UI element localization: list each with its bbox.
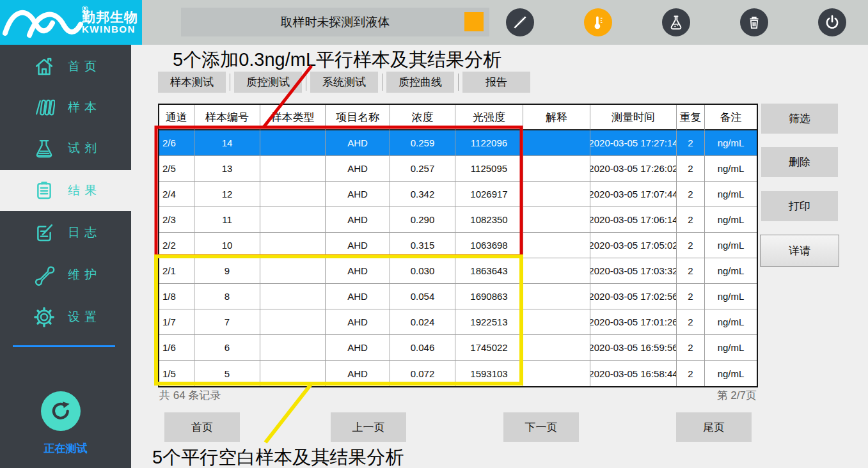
table-row[interactable]: 1/88AHD0.05416908632020-03-05 17:02:562n… — [159, 284, 757, 309]
table-row[interactable]: 2/311AHD0.29010823502020-03-05 17:06:142… — [159, 207, 757, 233]
table-cell: 0.054 — [390, 284, 455, 309]
sidebar-divider — [13, 345, 115, 347]
table-cell: 6 — [194, 335, 260, 361]
table-cell: AHD — [326, 156, 390, 182]
sidebar-item-maintenance[interactable]: 维护 — [0, 254, 131, 295]
next-page-button[interactable]: 下一页 — [503, 412, 579, 442]
table-cell: ng/mL — [705, 156, 757, 182]
table-cell: 2020-03-05 17:06:14 — [590, 207, 677, 233]
brand-name-en: KWINBON — [82, 24, 138, 35]
table-cell: 2020-03-05 17:01:26 — [590, 309, 677, 335]
table-cell: ng/mL — [705, 284, 757, 309]
print-button[interactable]: 打印 — [761, 191, 838, 221]
table-row[interactable]: 2/614AHD0.25911220962020-03-05 17:27:142… — [159, 130, 757, 156]
table-footer: 共 64 条记录 第 2/7页 — [159, 388, 757, 403]
table-cell — [523, 335, 590, 361]
table-cell: ng/mL — [705, 309, 757, 335]
table-cell — [523, 284, 590, 309]
table-cell: 1/7 — [159, 309, 194, 335]
table-cell: 9 — [194, 258, 260, 284]
running-status-label: 正在测试 — [0, 441, 131, 456]
table-cell: 2 — [677, 156, 705, 182]
column-header: 光强度 — [455, 105, 523, 130]
table-cell: AHD — [326, 361, 390, 386]
tab-qc-curve[interactable]: 质控曲线 — [386, 72, 454, 93]
sidebar-item-reagent[interactable]: 试剂 — [0, 128, 131, 169]
tab-report[interactable]: 报告 — [462, 72, 530, 93]
last-page-button[interactable]: 尾页 — [676, 412, 752, 442]
table-row[interactable]: 1/66AHD0.04617450222020-03-05 16:59:562n… — [159, 335, 757, 361]
table-cell — [523, 309, 590, 335]
table-cell: 0.290 — [390, 207, 455, 233]
brand-name-cn: 勤邦生物 — [82, 10, 138, 24]
table-cell: 2/4 — [159, 182, 194, 207]
log-icon — [33, 222, 55, 244]
no-liquid-pipette-icon[interactable] — [506, 8, 534, 36]
power-icon[interactable] — [818, 8, 846, 36]
table-cell — [260, 309, 326, 335]
table-cell: 1122096 — [455, 130, 523, 156]
table-cell: AHD — [326, 182, 390, 207]
delete-button[interactable]: 删除 — [761, 147, 838, 177]
trash-icon[interactable] — [740, 8, 768, 36]
sidebar-item-home[interactable]: 首页 — [0, 46, 131, 87]
table-row[interactable]: 2/210AHD0.31510636982020-03-05 17:05:022… — [159, 233, 757, 258]
table-row[interactable]: 2/513AHD0.25711250952020-03-05 17:26:022… — [159, 156, 757, 182]
table-row[interactable]: 2/412AHD0.34210269172020-03-05 17:07:442… — [159, 182, 757, 207]
table-cell: AHD — [326, 284, 390, 309]
tab-divider — [230, 74, 230, 91]
tab-divider — [382, 74, 383, 91]
table-cell — [260, 233, 326, 258]
table-cell: 0.046 — [390, 335, 455, 361]
filter-button[interactable]: 筛选 — [761, 104, 838, 134]
sidebar-item-settings[interactable]: 设置 — [0, 297, 131, 338]
table-cell: 2/6 — [159, 130, 194, 156]
tab-qc-test[interactable]: 质控测试 — [234, 72, 302, 93]
table-cell: 2020-03-05 17:26:02 — [590, 156, 677, 182]
table-cell: 1063698 — [455, 233, 523, 258]
table-cell: 5 — [194, 361, 260, 386]
tab-system-test[interactable]: 系统测试 — [310, 72, 378, 93]
table-cell — [260, 361, 326, 386]
table-cell: 0.315 — [390, 233, 455, 258]
table-row[interactable]: 1/77AHD0.02419225132020-03-05 17:01:262n… — [159, 309, 757, 335]
refresh-running-button[interactable] — [41, 391, 81, 431]
table-cell: 2 — [677, 335, 705, 361]
table-row[interactable]: 1/55AHD0.07215931032020-03-05 16:58:442n… — [159, 361, 757, 386]
table-cell: AHD — [326, 309, 390, 335]
column-header: 解释 — [523, 105, 590, 130]
table-cell: 2020-03-05 16:58:44 — [590, 361, 677, 386]
table-header: 通道 样本编号 样本类型 项目名称 浓度 光强度 解释 测量时间 重复 备注 — [159, 105, 757, 130]
table-row[interactable]: 2/19AHD0.03018636432020-03-05 17:03:322n… — [159, 258, 757, 284]
registered-mark: ® — [82, 4, 88, 13]
tab-sample-test[interactable]: 样本测试 — [158, 72, 226, 93]
annotation-bottom-label: 5个平行空白样本及其结果分析 — [152, 445, 404, 468]
table-cell: 2020-03-05 17:02:56 — [590, 284, 677, 309]
table-cell — [523, 258, 590, 284]
table-cell: ng/mL — [705, 335, 757, 361]
page-indicator: 第 2/7页 — [717, 388, 757, 403]
sidebar-item-results[interactable]: 结果 — [0, 170, 131, 211]
tab-divider — [306, 74, 306, 91]
results-table: 通道 样本编号 样本类型 项目名称 浓度 光强度 解释 测量时间 重复 备注 2… — [158, 104, 758, 387]
sidebar-item-log[interactable]: 日志 — [0, 212, 131, 253]
table-cell: 0.259 — [390, 130, 455, 156]
table-cell: 1593103 — [455, 361, 523, 386]
status-message: 取样时未探测到液体 — [281, 14, 390, 31]
home-icon — [33, 56, 55, 77]
table-cell: ng/mL — [705, 130, 757, 156]
first-page-button[interactable]: 首页 — [164, 412, 240, 442]
prev-page-button[interactable]: 上一页 — [331, 412, 406, 442]
thermometer-icon[interactable] — [584, 8, 612, 36]
table-cell — [260, 258, 326, 284]
sidebar-item-samples[interactable]: 样本 — [0, 87, 131, 128]
flask-icon[interactable] — [662, 8, 690, 36]
refresh-icon — [49, 399, 73, 423]
details-button[interactable]: 详请 — [760, 235, 839, 267]
table-cell — [260, 335, 326, 361]
table-cell: 8 — [194, 284, 260, 309]
table-cell: ng/mL — [705, 233, 757, 258]
table-cell: 1863643 — [455, 258, 523, 284]
sidebar-item-label: 首页 — [68, 58, 101, 75]
status-message-bar: 取样时未探测到液体 — [181, 8, 489, 36]
